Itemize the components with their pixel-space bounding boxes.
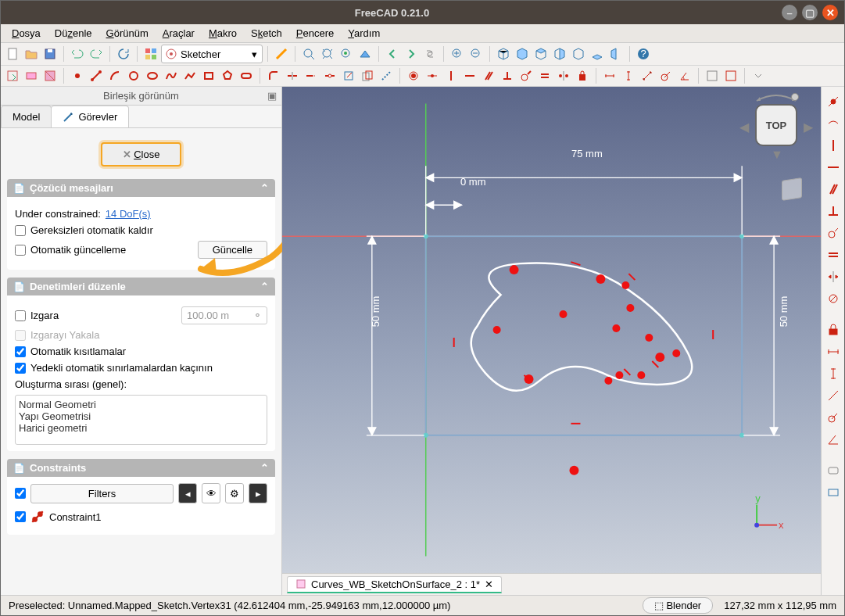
dof-link[interactable]: 14 DoF(s) <box>106 208 151 220</box>
rc-lock-icon[interactable] <box>825 321 842 338</box>
leave-sketch-icon[interactable] <box>4 67 21 84</box>
menu-tools[interactable]: Araçlar <box>156 26 201 41</box>
block-icon[interactable] <box>574 67 591 84</box>
line-icon[interactable] <box>88 67 105 84</box>
refresh-icon[interactable] <box>115 45 132 63</box>
hdist-icon[interactable] <box>601 67 618 84</box>
zoom-all-icon[interactable] <box>319 45 336 63</box>
zoom-sel-icon[interactable] <box>338 45 355 63</box>
polyline-icon[interactable] <box>181 67 199 84</box>
window-close-icon[interactable]: ✕ <box>822 5 838 20</box>
workbench-grid-icon[interactable] <box>142 45 159 63</box>
view-sketch-icon[interactable] <box>23 67 40 84</box>
point-icon[interactable] <box>69 67 86 84</box>
combo-close-icon[interactable]: ▣ <box>267 90 277 102</box>
workbench-selector[interactable]: Sketcher ▾ <box>161 45 263 63</box>
circle-icon[interactable] <box>125 67 142 84</box>
rc-vdist-icon[interactable] <box>825 365 842 382</box>
filters-menu-icon[interactable]: ▸ <box>249 483 267 503</box>
grid-size-input[interactable]: 100.00 m⚬ <box>181 306 267 324</box>
nav-down-icon[interactable]: ▼ <box>771 148 783 162</box>
split-icon[interactable] <box>321 67 338 84</box>
constraint-item-checkbox[interactable] <box>15 511 26 522</box>
filters-checkbox[interactable] <box>15 488 26 499</box>
iso-view-icon[interactable] <box>495 45 512 63</box>
render-order-list[interactable]: Normal Geometri Yapı Geometrisi Harici g… <box>15 395 267 445</box>
trim-icon[interactable] <box>284 67 301 84</box>
radius-icon[interactable] <box>657 67 675 84</box>
whats-this-icon[interactable]: ? <box>635 45 652 63</box>
3d-viewport[interactable]: y x 75 mm 0 mm 50 mm 50 mm TOP ◀ ▶ ▼ <box>282 87 821 573</box>
external-icon[interactable] <box>340 67 357 84</box>
rc-radius-icon[interactable] <box>825 409 842 426</box>
rc-toggle-icon[interactable] <box>825 462 842 479</box>
rc-coincident-icon[interactable] <box>825 93 842 110</box>
rc-perpend-icon[interactable] <box>825 202 842 220</box>
update-button[interactable]: Güncelle <box>198 241 267 259</box>
tab-model[interactable]: Model <box>1 106 52 127</box>
persp-toggle-icon[interactable] <box>782 177 802 201</box>
document-tab[interactable]: Curves_WB_SketchOnSurface_2 : 1* ✕ <box>287 576 502 593</box>
rc-block-icon[interactable] <box>825 290 842 307</box>
rc-angle-icon[interactable] <box>825 431 842 448</box>
constraints-header[interactable]: Constraints⌃ <box>7 459 275 477</box>
bottom-view-icon[interactable] <box>589 45 606 63</box>
zoom-fit-icon[interactable] <box>300 45 317 63</box>
solver-header[interactable]: Çözücü mesajları⌃ <box>7 179 275 197</box>
coincident-icon[interactable] <box>405 67 422 84</box>
rc-driving-icon[interactable] <box>825 484 842 501</box>
extend-icon[interactable] <box>303 67 320 84</box>
tab-tasks[interactable]: Görevler <box>51 106 129 127</box>
nav-back-icon[interactable] <box>384 45 401 63</box>
select-redund-icon[interactable] <box>722 67 739 84</box>
avoid-redundant-checkbox[interactable] <box>15 363 26 374</box>
auto-constraints-checkbox[interactable] <box>15 346 26 357</box>
nav-style-button[interactable]: ⬚ Blender <box>643 597 713 614</box>
auto-remove-checkbox[interactable] <box>15 225 26 236</box>
nav-right-icon[interactable]: ▶ <box>804 120 813 134</box>
undo-icon[interactable] <box>69 45 86 63</box>
measure-icon[interactable] <box>273 45 290 63</box>
arc-icon[interactable] <box>106 67 124 84</box>
angle-icon[interactable] <box>676 67 693 84</box>
carbon-copy-icon[interactable] <box>359 67 376 84</box>
overflow-icon[interactable] <box>750 67 767 84</box>
link-icon[interactable] <box>421 45 439 63</box>
menu-help[interactable]: Yardım <box>342 26 386 41</box>
open-icon[interactable] <box>23 45 40 63</box>
pointonobj-icon[interactable] <box>424 67 441 84</box>
close-button[interactable]: Close <box>101 142 182 167</box>
top-view-icon[interactable] <box>532 45 550 63</box>
visibility-icon[interactable]: 👁 <box>202 483 220 503</box>
auto-update-checkbox[interactable] <box>15 245 26 256</box>
parallel-icon[interactable] <box>480 67 497 84</box>
right-view-icon[interactable] <box>551 45 568 63</box>
fillet-icon[interactable] <box>265 67 282 84</box>
draw-style-icon[interactable] <box>356 45 374 63</box>
save-icon[interactable] <box>41 45 59 63</box>
window-minimize-icon[interactable]: – <box>782 5 797 20</box>
vertical-icon[interactable] <box>442 67 460 84</box>
tangent-icon[interactable] <box>517 67 535 84</box>
menu-file[interactable]: Dosya <box>5 26 47 41</box>
redo-icon[interactable] <box>88 45 105 63</box>
rc-dist-icon[interactable] <box>825 387 842 404</box>
rc-tangent-icon[interactable] <box>825 224 842 242</box>
dist-icon[interactable] <box>639 67 656 84</box>
menu-edit[interactable]: Düzenle <box>48 26 98 41</box>
menu-macro[interactable]: Makro <box>202 26 243 41</box>
nav-menu-icon[interactable] <box>791 93 799 101</box>
select-conflict-icon[interactable] <box>704 67 721 84</box>
zoom-out-icon[interactable] <box>467 45 485 63</box>
tab-close-icon[interactable]: ✕ <box>485 578 493 590</box>
window-maximize-icon[interactable]: ▢ <box>802 5 818 20</box>
perpendicular-icon[interactable] <box>499 67 516 84</box>
rc-parallel-icon[interactable] <box>825 181 842 198</box>
rc-symmetric-icon[interactable] <box>825 268 842 285</box>
menu-window[interactable]: Pencere <box>290 26 340 41</box>
rear-view-icon[interactable] <box>570 45 587 63</box>
polygon-icon[interactable] <box>219 67 236 84</box>
bspline-icon[interactable] <box>163 67 180 84</box>
vdist-icon[interactable] <box>620 67 637 84</box>
filters-collapse-icon[interactable]: ◂ <box>178 483 197 503</box>
